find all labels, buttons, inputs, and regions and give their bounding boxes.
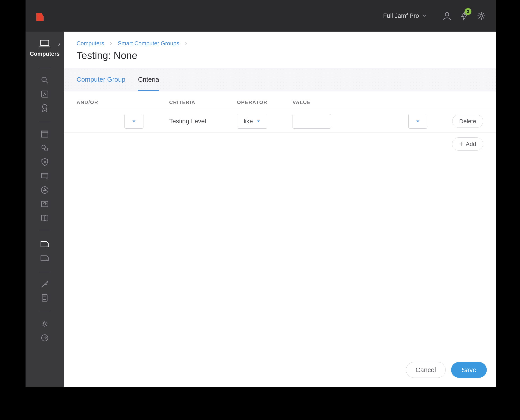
smart-groups-icon[interactable] xyxy=(40,240,49,248)
footer: Cancel Save xyxy=(64,355,496,387)
chevron-down-icon xyxy=(422,15,426,17)
sidebar-divider xyxy=(39,67,50,67)
notification-badge: 3 xyxy=(465,8,471,15)
gear-icon[interactable] xyxy=(476,10,487,21)
caret-down-icon xyxy=(256,120,260,123)
add-row: Add xyxy=(64,133,496,156)
chevron-right-icon xyxy=(185,42,187,45)
criteria-table-header: AND/OR CRITERIA OPERATOR VALUE xyxy=(64,91,496,110)
svg-point-3 xyxy=(42,77,46,82)
sidebar-divider xyxy=(39,121,50,121)
main-area: Computers xyxy=(25,32,496,387)
add-label: Add xyxy=(466,141,476,148)
svg-rect-2 xyxy=(41,40,49,45)
add-button[interactable]: Add xyxy=(452,137,483,150)
caret-down-icon xyxy=(416,120,420,123)
cancel-button[interactable]: Cancel xyxy=(406,362,446,378)
col-header-criteria: CRITERIA xyxy=(169,99,237,105)
enrollment-invitations-icon[interactable] xyxy=(40,279,49,288)
svg-rect-10 xyxy=(42,173,48,178)
tabs: Computer Group Criteria xyxy=(64,68,496,91)
management-settings-icon[interactable] xyxy=(40,319,49,328)
restricted-software-icon[interactable] xyxy=(40,158,49,166)
content: Computers Smart Computer Groups Testing:… xyxy=(64,32,496,387)
col-header-andor: AND/OR xyxy=(77,99,169,105)
config-profiles-icon[interactable] xyxy=(40,143,49,153)
profile-label: Full Jamf Pro xyxy=(383,12,419,19)
chevron-right-icon xyxy=(58,42,60,46)
sidebar-item-computers[interactable]: Computers xyxy=(25,36,64,61)
patch-management-icon[interactable] xyxy=(40,200,49,209)
grouping-dropdown[interactable] xyxy=(408,114,427,129)
prestage-imaging-icon[interactable] xyxy=(40,172,49,180)
svg-point-9 xyxy=(45,148,48,151)
svg-point-1 xyxy=(480,15,483,17)
licensed-software-icon[interactable] xyxy=(40,104,49,112)
tab-criteria[interactable]: Criteria xyxy=(138,68,159,91)
page-title: Testing: None xyxy=(77,50,483,61)
app-window: Full Jamf Pro 3 Computers xyxy=(25,0,496,387)
sidebar-label: Computers xyxy=(30,51,60,57)
breadcrumb: Computers Smart Computer Groups xyxy=(77,40,483,47)
delete-label: Delete xyxy=(459,118,476,125)
inventory-icon[interactable] xyxy=(40,90,49,99)
tab-computer-group[interactable]: Computer Group xyxy=(77,68,125,91)
breadcrumb-computers[interactable]: Computers xyxy=(77,40,104,47)
prestage-enrollments-icon[interactable] xyxy=(40,293,49,302)
static-groups-icon[interactable] xyxy=(40,254,49,262)
content-header: Computers Smart Computer Groups Testing:… xyxy=(64,32,496,68)
svg-rect-4 xyxy=(42,91,48,97)
operator-value: like xyxy=(244,118,253,125)
policies-icon[interactable] xyxy=(40,129,49,139)
laptop-icon xyxy=(39,39,51,48)
value-input[interactable] xyxy=(293,114,331,129)
criteria-name: Testing Level xyxy=(169,118,206,125)
chevron-right-icon xyxy=(109,42,112,45)
svg-point-0 xyxy=(445,12,449,16)
user-icon[interactable] xyxy=(442,10,452,21)
sidebar-divider xyxy=(39,231,50,231)
topbar: Full Jamf Pro 3 xyxy=(25,0,496,32)
svg-point-16 xyxy=(44,323,46,325)
sidebar-divider xyxy=(39,271,50,271)
col-header-value: VALUE xyxy=(293,99,483,105)
andor-dropdown[interactable] xyxy=(124,114,143,129)
lightning-icon[interactable]: 3 xyxy=(459,10,470,21)
caret-down-icon xyxy=(132,120,136,123)
logout-icon[interactable] xyxy=(40,333,49,342)
operator-dropdown[interactable]: like xyxy=(237,114,267,129)
delete-button[interactable]: Delete xyxy=(452,115,483,128)
breadcrumb-smart-groups[interactable]: Smart Computer Groups xyxy=(118,40,179,47)
criteria-area: AND/OR CRITERIA OPERATOR VALUE Te xyxy=(64,91,496,355)
svg-point-11 xyxy=(41,187,48,193)
save-button[interactable]: Save xyxy=(451,362,487,378)
col-header-operator: OPERATOR xyxy=(237,99,293,105)
ebooks-icon[interactable] xyxy=(40,213,49,223)
plus-icon xyxy=(459,142,464,146)
profile-menu[interactable]: Full Jamf Pro xyxy=(383,12,426,19)
jamf-logo-icon xyxy=(35,10,45,21)
search-icon[interactable] xyxy=(40,75,49,85)
svg-rect-12 xyxy=(42,201,48,207)
mac-app-store-icon[interactable] xyxy=(40,186,49,195)
criteria-row: Testing Level like xyxy=(64,110,496,133)
sidebar: Computers xyxy=(25,32,64,387)
